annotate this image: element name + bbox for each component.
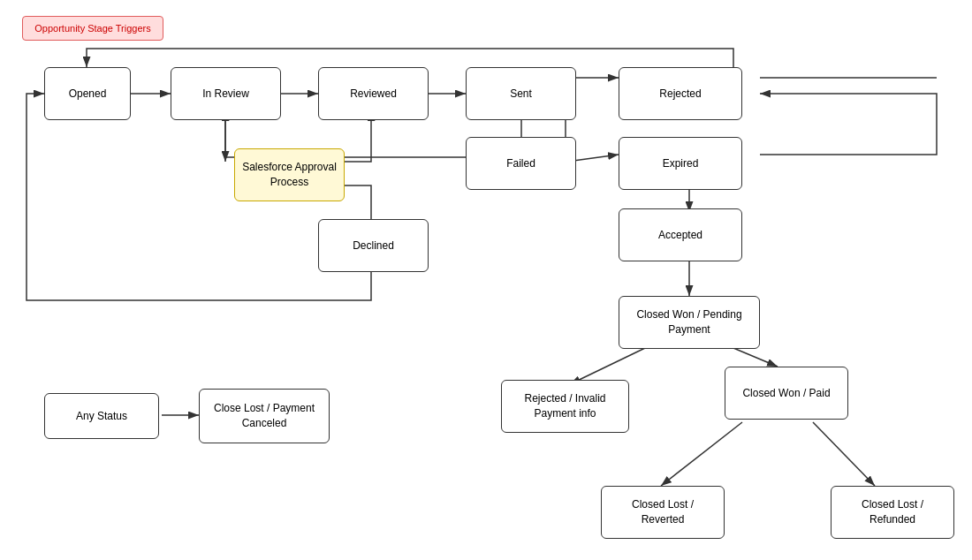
svg-line-10 xyxy=(733,348,778,367)
node-in-review: In Review xyxy=(171,67,281,120)
svg-line-12 xyxy=(813,422,875,486)
node-any-status: Any Status xyxy=(44,393,159,439)
node-accepted: Accepted xyxy=(619,208,742,261)
node-closed-lost-reverted: Closed Lost / Reverted xyxy=(601,486,725,539)
svg-line-11 xyxy=(661,422,742,486)
node-closed-won-paid: Closed Won / Paid xyxy=(725,367,848,420)
node-failed: Failed xyxy=(466,137,576,190)
node-close-lost-payment: Close Lost / Payment Canceled xyxy=(199,389,330,443)
node-rejected: Rejected xyxy=(619,67,742,120)
trigger-label: Opportunity Stage Triggers xyxy=(22,16,163,41)
node-salesforce: Salesforce Approval Process xyxy=(234,148,345,201)
node-sent: Sent xyxy=(466,67,576,120)
node-declined: Declined xyxy=(318,219,429,272)
node-closed-won-pending: Closed Won / Pending Payment xyxy=(619,296,760,349)
svg-line-9 xyxy=(570,348,645,384)
node-closed-lost-refunded: Closed Lost / Refunded xyxy=(831,486,954,539)
node-opened: Opened xyxy=(44,67,131,120)
node-reviewed: Reviewed xyxy=(318,67,429,120)
node-expired: Expired xyxy=(619,137,742,190)
diagram-container: Opportunity Stage Triggers Opened In Rev… xyxy=(0,0,972,560)
node-rejected-invalid: Rejected / Invalid Payment info xyxy=(501,380,629,433)
